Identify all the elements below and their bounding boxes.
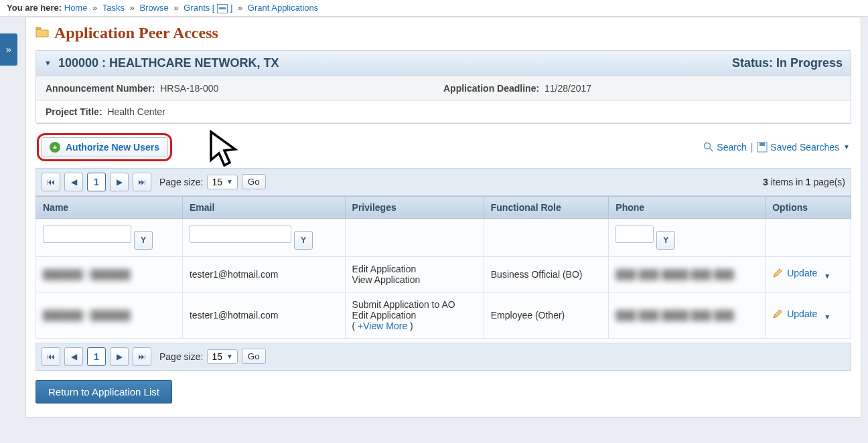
- user-email: tester1@hotmail.com: [190, 310, 278, 321]
- col-phone[interactable]: Phone: [609, 196, 766, 218]
- breadcrumb-sep-icon: »: [238, 3, 242, 13]
- status-badge: Status: In Progress: [732, 56, 843, 70]
- filter-icon[interactable]: Y: [134, 231, 153, 250]
- pencil-icon: [772, 308, 783, 319]
- chevron-down-icon: ▼: [44, 59, 52, 67]
- plus-icon: +: [50, 142, 60, 153]
- save-icon: [757, 142, 768, 153]
- user-name-redacted: ██████ / ██████: [43, 310, 131, 321]
- breadcrumb-sep-icon: »: [173, 3, 178, 13]
- chevron-down-icon[interactable]: ▼: [843, 143, 850, 151]
- privilege-line: Edit Application: [352, 264, 477, 274]
- col-role[interactable]: Functional Role: [484, 196, 609, 218]
- breadcrumb-sep-icon: »: [92, 3, 97, 13]
- pager-next-button[interactable]: ▶: [110, 347, 129, 366]
- announcement-number-value: HRSA-18-000: [160, 83, 218, 94]
- pager-last-button[interactable]: ⏭: [133, 347, 151, 366]
- page-title-text: Application Peer Access: [54, 24, 218, 42]
- update-link[interactable]: Update: [772, 308, 817, 319]
- user-phone-redacted: ███-███-████ ███-███: [616, 310, 734, 321]
- table-row: ██████ / ██████ tester1@hotmail.com Edit…: [36, 256, 851, 292]
- page-size-select[interactable]: 15 ▼: [207, 175, 237, 189]
- pager-go-button[interactable]: Go: [242, 174, 266, 189]
- pager-first-button[interactable]: ⏮: [42, 347, 60, 366]
- page-size-label: Page size:: [159, 177, 203, 187]
- chevron-down-icon[interactable]: ▼: [824, 313, 830, 321]
- application-deadline-value: 11/28/2017: [545, 83, 591, 94]
- panel-header[interactable]: ▼ 100000 : HEALTHCARE NETWORK, TX Status…: [36, 51, 851, 76]
- breadcrumb-sep-icon: »: [130, 3, 135, 13]
- application-deadline-label: Application Deadline:: [443, 83, 539, 94]
- chevron-right-icon: »: [6, 44, 11, 55]
- breadcrumb-tasks[interactable]: Tasks: [102, 3, 125, 13]
- filter-icon[interactable]: Y: [656, 231, 675, 250]
- svg-rect-0: [36, 27, 41, 29]
- panel-title: 100000 : HEALTHCARE NETWORK, TX: [58, 56, 279, 70]
- update-link[interactable]: Update: [772, 268, 817, 278]
- user-phone-redacted: ███-███-████ ███-███: [616, 269, 734, 280]
- filter-row: Y Y Y: [36, 218, 851, 256]
- breadcrumb: You are here: Home » Tasks » Browse » Gr…: [0, 0, 868, 17]
- svg-point-1: [705, 143, 711, 149]
- filter-icon[interactable]: Y: [294, 231, 313, 250]
- saved-searches-link[interactable]: Saved Searches: [757, 142, 839, 153]
- pager-go-button[interactable]: Go: [242, 349, 266, 364]
- breadcrumb-home[interactable]: Home: [64, 3, 88, 13]
- highlight-callout: + Authorize New Users: [37, 133, 172, 161]
- col-name[interactable]: Name: [36, 196, 183, 218]
- authorize-new-users-button[interactable]: + Authorize New Users: [41, 137, 168, 157]
- functional-role: Business Official (BO): [491, 269, 583, 280]
- cursor-icon: [207, 129, 247, 173]
- chevron-down-icon: ▼: [226, 178, 233, 185]
- breadcrumb-browse[interactable]: Browse: [139, 3, 168, 13]
- breadcrumb-grants[interactable]: Grants [ ]: [184, 3, 232, 13]
- pager-last-button[interactable]: ⏭: [133, 173, 151, 191]
- svg-line-2: [710, 149, 713, 151]
- info-row: Project Title: Health Center: [36, 101, 851, 123]
- pager-prev-button[interactable]: ◀: [64, 347, 83, 366]
- search-link[interactable]: Search: [703, 142, 746, 153]
- name-filter-input[interactable]: [43, 226, 131, 243]
- folder-icon: [35, 26, 49, 40]
- page-size-label: Page size:: [159, 351, 203, 362]
- page-title: Application Peer Access: [35, 24, 851, 42]
- view-more-link[interactable]: +View More: [358, 321, 407, 331]
- breadcrumb-grant-applications[interactable]: Grant Applications: [248, 3, 319, 13]
- user-name-redacted: ██████ / ██████: [43, 269, 131, 280]
- project-title-label: Project Title:: [46, 106, 102, 117]
- svg-rect-4: [760, 143, 765, 146]
- return-to-application-list-button[interactable]: Return to Application List: [35, 380, 172, 404]
- search-icon: [703, 142, 714, 153]
- pager-next-button[interactable]: ▶: [110, 173, 129, 191]
- authorize-new-users-label: Authorize New Users: [66, 142, 159, 153]
- pager-prev-button[interactable]: ◀: [64, 173, 83, 191]
- info-row: Announcement Number: HRSA-18-000 Applica…: [36, 76, 851, 101]
- table-row: ██████ / ██████ tester1@hotmail.com Subm…: [36, 292, 851, 338]
- email-filter-input[interactable]: [190, 226, 291, 243]
- pager-first-button[interactable]: ⏮: [42, 173, 60, 191]
- divider: |: [751, 142, 753, 153]
- page-size-select[interactable]: 15 ▼: [207, 349, 237, 364]
- announcement-number-label: Announcement Number:: [46, 83, 155, 94]
- users-table: Name Email Privileges Functional Role Ph…: [35, 196, 851, 339]
- chevron-down-icon[interactable]: ▼: [824, 272, 830, 280]
- phone-filter-input[interactable]: [616, 226, 654, 243]
- pager-page-number: 1: [87, 173, 106, 191]
- pager-page-number: 1: [87, 347, 106, 366]
- col-privileges[interactable]: Privileges: [345, 196, 484, 218]
- privilege-line: Submit Application to AO: [352, 299, 477, 310]
- pencil-icon: [772, 268, 783, 278]
- user-email: tester1@hotmail.com: [190, 269, 278, 280]
- privilege-line: View Application: [352, 274, 477, 285]
- privilege-line: Edit Application: [352, 310, 477, 321]
- sidebar-expand-button[interactable]: »: [0, 33, 17, 66]
- project-title-value: Health Center: [107, 106, 165, 117]
- breadcrumb-prefix: You are here:: [7, 3, 62, 13]
- col-options[interactable]: Options: [766, 196, 851, 218]
- pager-info: 3 items in 1 page(s): [763, 177, 845, 187]
- grants-icon: [217, 4, 228, 13]
- functional-role: Employee (Other): [491, 310, 565, 321]
- chevron-down-icon: ▼: [226, 353, 233, 360]
- col-email[interactable]: Email: [182, 196, 345, 218]
